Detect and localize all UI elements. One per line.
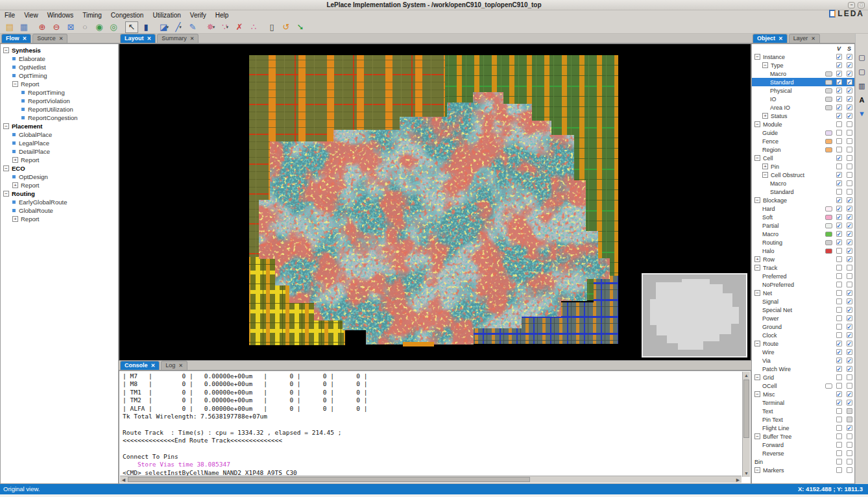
visible-checkbox[interactable]: [836, 450, 842, 456]
object-tree-item-net[interactable]: −Net: [752, 289, 854, 297]
object-tree-item-patch-wire[interactable]: Patch Wire: [752, 365, 854, 373]
zoom-fit-button[interactable]: ⊠: [64, 21, 77, 33]
selectable-checkbox[interactable]: [847, 391, 852, 397]
expand-icon[interactable]: +: [762, 164, 768, 169]
tab-close-icon[interactable]: ✕: [778, 34, 783, 43]
collapse-icon[interactable]: −: [3, 165, 9, 171]
selectable-checkbox[interactable]: [847, 164, 852, 169]
visible-checkbox[interactable]: [836, 341, 842, 346]
object-tree-item-signal[interactable]: Signal: [752, 297, 854, 306]
visible-checkbox[interactable]: [836, 189, 842, 195]
window-minimize-button[interactable]: −: [848, 2, 855, 8]
object-tree-item-cell[interactable]: −Cell: [752, 154, 854, 162]
tab-right-layer[interactable]: Layer✕: [789, 34, 820, 43]
visible-checkbox[interactable]: [836, 366, 842, 372]
flow-tree-item-report[interactable]: +Report: [1, 156, 118, 164]
visible-checkbox[interactable]: [836, 96, 842, 102]
new-report-button[interactable]: ▯: [265, 21, 278, 33]
collapse-icon[interactable]: −: [754, 374, 760, 380]
visible-checkbox[interactable]: [836, 130, 842, 136]
expand-icon[interactable]: +: [12, 157, 18, 163]
tab-close-icon[interactable]: ✕: [178, 361, 183, 370]
flight-filter-icon[interactable]: ▼: [858, 110, 865, 117]
visible-checkbox[interactable]: [836, 298, 842, 304]
visible-checkbox[interactable]: [836, 417, 842, 422]
object-tree-item-standard[interactable]: Standard: [752, 188, 854, 196]
visible-checkbox[interactable]: [836, 197, 842, 203]
polygon-edit-button[interactable]: ◪▾: [158, 21, 171, 33]
pin-marker-button[interactable]: ∴: [247, 21, 260, 33]
object-tree-item-buffer-tree[interactable]: −Buffer Tree: [752, 432, 854, 441]
console-vertical-scrollbar[interactable]: ▲ ▼: [742, 372, 750, 477]
ruler-tool-button[interactable]: ▮: [139, 21, 152, 33]
visible-checkbox[interactable]: [836, 172, 842, 178]
scroll-right-icon[interactable]: ▶: [734, 476, 741, 483]
flow-tree-item-reporttiming[interactable]: ReportTiming: [1, 88, 118, 97]
flight-line-button[interactable]: ➘: [294, 21, 307, 33]
selectable-checkbox[interactable]: [847, 197, 852, 203]
collapse-icon[interactable]: −: [3, 191, 9, 197]
object-tree-item-area-io[interactable]: Area IO: [752, 103, 854, 112]
object-tree-item-text[interactable]: Text: [752, 407, 854, 415]
tab-console-log[interactable]: Log✕: [161, 361, 187, 370]
object-tree-item-guide[interactable]: Guide: [752, 128, 854, 137]
object-tree-item-routing[interactable]: Routing: [752, 238, 854, 247]
visible-checkbox[interactable]: [836, 248, 842, 254]
clear-marker-button[interactable]: ✗: [233, 21, 246, 33]
object-tree-item-ground[interactable]: Ground: [752, 322, 854, 331]
menu-windows[interactable]: Windows: [43, 10, 78, 21]
menu-timing[interactable]: Timing: [78, 10, 106, 21]
undo-button[interactable]: ↺: [280, 21, 293, 33]
visible-checkbox[interactable]: [836, 433, 842, 439]
collapse-icon[interactable]: −: [754, 467, 760, 473]
visible-checkbox[interactable]: [836, 54, 842, 60]
layer-palette-icon-2[interactable]: ▢: [858, 67, 865, 76]
selectable-checkbox[interactable]: [847, 256, 852, 262]
flow-tree-item-report[interactable]: +Report: [1, 181, 118, 189]
visible-checkbox[interactable]: [836, 408, 842, 414]
visible-checkbox[interactable]: [836, 467, 842, 473]
collapse-icon[interactable]: −: [754, 290, 760, 296]
visible-checkbox[interactable]: [836, 88, 842, 93]
tab-left-flow[interactable]: Flow✕: [1, 34, 31, 43]
menu-congestion[interactable]: Congestion: [106, 10, 149, 21]
zoom-previous-button[interactable]: ○: [78, 21, 91, 33]
selectable-checkbox[interactable]: [847, 374, 852, 380]
flow-tree-item-globalroute[interactable]: GlobalRoute: [1, 206, 118, 215]
tab-close-icon[interactable]: ✕: [811, 34, 815, 43]
object-tree-item-pin[interactable]: +Pin: [752, 162, 854, 171]
scrollbar-thumb[interactable]: [128, 477, 530, 482]
zoom-selection-button[interactable]: ◎: [107, 21, 120, 33]
flow-tree-item-placement[interactable]: −Placement: [1, 122, 118, 130]
object-tree-item-soft[interactable]: Soft: [752, 213, 854, 221]
object-tree-item-instance[interactable]: −Instance: [752, 53, 854, 61]
selectable-checkbox[interactable]: [847, 138, 852, 144]
selectable-checkbox[interactable]: [847, 172, 852, 178]
open-file-button[interactable]: ▤: [3, 21, 16, 33]
object-tree-item-ocell[interactable]: OCell: [752, 382, 854, 390]
collapse-icon[interactable]: −: [12, 81, 18, 87]
object-tree-item-clock[interactable]: Clock: [752, 331, 854, 339]
menu-utilization[interactable]: Utilization: [148, 10, 185, 21]
flow-tree-item-reportutilization[interactable]: ReportUtilization: [1, 105, 118, 114]
selectable-checkbox[interactable]: [847, 96, 852, 102]
selectable-checkbox[interactable]: [847, 71, 852, 77]
collapse-icon[interactable]: −: [754, 54, 760, 60]
selectable-checkbox[interactable]: [847, 358, 852, 363]
object-tree-item-standard[interactable]: Standard: [752, 78, 854, 86]
console-horizontal-scrollbar[interactable]: ◀ ▶: [120, 476, 741, 483]
object-tree-item-terminal[interactable]: Terminal: [752, 398, 854, 407]
selectable-checkbox[interactable]: [847, 383, 852, 389]
object-tree-item-module[interactable]: −Module: [752, 120, 854, 128]
visible-checkbox[interactable]: [836, 265, 842, 271]
object-tree-item-macro[interactable]: Macro: [752, 179, 854, 188]
selectable-checkbox[interactable]: [847, 282, 852, 287]
object-tree-item-macro[interactable]: Macro: [752, 69, 854, 78]
object-tree-item-nopreferred[interactable]: NoPreferred: [752, 280, 854, 289]
flow-tree-item-reportviolation[interactable]: ReportViolation: [1, 97, 118, 105]
selectable-checkbox[interactable]: [847, 189, 852, 195]
object-tree-item-grid[interactable]: −Grid: [752, 373, 854, 382]
object-tree-item-hard[interactable]: Hard: [752, 204, 854, 213]
object-tree-item-physical[interactable]: Physical: [752, 86, 854, 95]
selectable-checkbox[interactable]: [847, 417, 852, 422]
